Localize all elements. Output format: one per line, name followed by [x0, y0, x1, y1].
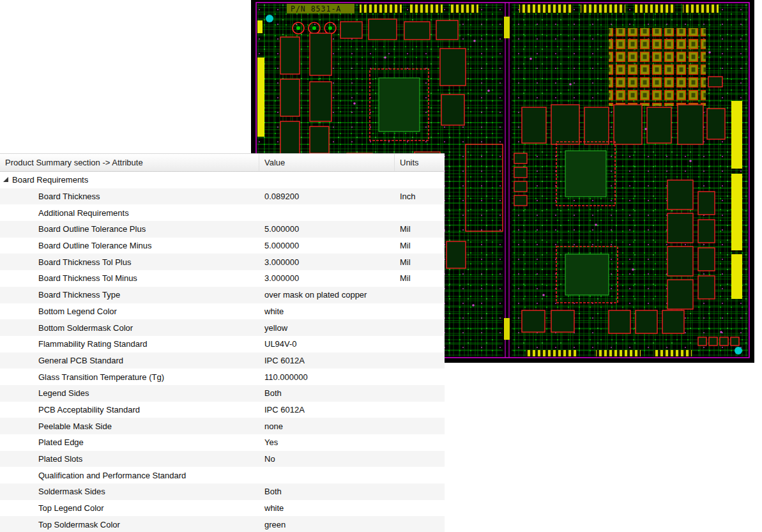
- table-row[interactable]: Legend SidesBoth: [0, 385, 445, 402]
- attribute-cell: Legend Sides: [0, 385, 259, 402]
- value-cell: 3.000000: [259, 254, 395, 270]
- table-row[interactable]: Glass Transition Temperature (Tg)110.000…: [0, 369, 445, 385]
- attribute-cell: Flammability Rating Standard: [0, 336, 259, 353]
- group-label: Board Requirements: [12, 175, 88, 185]
- value-cell: green: [259, 516, 395, 532]
- units-cell: [395, 516, 445, 532]
- table-row[interactable]: Board Outline Tolerance Minus5.000000Mil: [0, 238, 445, 254]
- table-row[interactable]: PCB Acceptability StandardIPC 6012A: [0, 402, 445, 418]
- attribute-cell: Plated Edge: [0, 434, 259, 451]
- table-row[interactable]: Bottom Soldermask Coloryellow: [0, 319, 445, 336]
- value-cell: IPC 6012A: [259, 353, 395, 369]
- large-ic-right-lower: [556, 247, 618, 303]
- units-cell: [395, 319, 445, 336]
- value-cell: 5.000000: [259, 238, 395, 254]
- pcb-part-number-label: P/N 8531-A: [291, 4, 341, 13]
- value-cell: white: [259, 303, 395, 320]
- large-ic-right-upper: [556, 142, 615, 206]
- units-cell: [395, 451, 445, 467]
- value-cell: IPC 6012A: [259, 402, 395, 418]
- value-cell: Yes: [259, 434, 395, 451]
- units-cell: [395, 353, 445, 369]
- value-cell: over mask on plated copper: [259, 287, 395, 303]
- table-row[interactable]: Top Legend Colorwhite: [0, 500, 445, 517]
- right-edge-connector: [731, 101, 742, 299]
- value-cell: [259, 467, 395, 483]
- group-cell: Board Requirements: [0, 172, 445, 188]
- value-cell: No: [259, 451, 395, 467]
- column-header-attribute[interactable]: Product Summary section -> Attribute: [0, 154, 259, 171]
- units-cell: [395, 402, 445, 418]
- attribute-cell: Board Outline Tolerance Plus: [0, 221, 259, 238]
- units-cell: [395, 434, 445, 451]
- attribute-cell: Board Thickness Tol Minus: [0, 270, 259, 287]
- value-cell: UL94V-0: [259, 336, 395, 353]
- table-row[interactable]: Soldermask SidesBoth: [0, 483, 445, 500]
- units-cell: Mil: [395, 221, 445, 238]
- attribute-cell: Bottom Soldermask Color: [0, 319, 259, 336]
- units-cell: [395, 336, 445, 353]
- table-row[interactable]: Peelable Mask Sidenone: [0, 418, 445, 434]
- top-hatch-band: [360, 4, 719, 13]
- table-header: Product Summary section -> Attribute Val…: [0, 154, 445, 172]
- table-row[interactable]: Flammability Rating StandardUL94V-0: [0, 336, 445, 353]
- table-row[interactable]: Plated EdgeYes: [0, 434, 445, 451]
- units-cell: Inch: [395, 188, 445, 205]
- table-row[interactable]: Board Thickness0.089200Inch: [0, 188, 445, 205]
- board-split-channel: [503, 3, 512, 358]
- units-cell: [395, 467, 445, 483]
- table-row[interactable]: Qualification and Performance Standard: [0, 467, 445, 483]
- units-cell: [395, 483, 445, 500]
- attribute-cell: Board Thickness: [0, 188, 259, 205]
- value-cell: 5.000000: [259, 221, 395, 238]
- product-summary-panel: Product Summary section -> Attribute Val…: [0, 153, 445, 532]
- tree-group-board-requirements[interactable]: Board Requirements: [0, 172, 445, 188]
- value-cell: 0.089200: [259, 188, 395, 205]
- table-row[interactable]: Top Soldermask Colorgreen: [0, 516, 445, 532]
- table-row[interactable]: General PCB StandardIPC 6012A: [0, 353, 445, 369]
- units-cell: [395, 204, 445, 221]
- value-cell: none: [259, 418, 395, 434]
- units-cell: [395, 385, 445, 402]
- value-cell: yellow: [259, 319, 395, 336]
- attribute-cell: Qualification and Performance Standard: [0, 467, 259, 483]
- value-cell: white: [259, 500, 395, 517]
- value-cell: Both: [259, 483, 395, 500]
- attribute-cell: Board Thickness Type: [0, 287, 259, 303]
- units-cell: [395, 287, 445, 303]
- units-cell: [395, 500, 445, 517]
- attribute-cell: Bottom Legend Color: [0, 303, 259, 320]
- value-cell: [259, 204, 395, 221]
- table-row[interactable]: Additional Requirements: [0, 204, 445, 221]
- column-header-value[interactable]: Value: [259, 154, 395, 171]
- fiducial-bottom-right: [735, 347, 742, 354]
- attribute-cell: Plated Slots: [0, 451, 259, 467]
- table-row[interactable]: Board Thickness Tol Minus3.000000Mil: [0, 270, 445, 287]
- attribute-cell: Board Outline Tolerance Minus: [0, 238, 259, 254]
- table-row[interactable]: Board Thickness Typeover mask on plated …: [0, 287, 445, 303]
- table-body: Board Requirements Board Thickness0.0892…: [0, 172, 445, 532]
- attribute-cell: Additional Requirements: [0, 204, 259, 221]
- units-cell: [395, 303, 445, 320]
- table-row[interactable]: Board Thickness Tol Plus3.000000Mil: [0, 254, 445, 270]
- bga-grid: [609, 28, 706, 106]
- fiducial-top-left: [266, 15, 273, 22]
- large-ic-left: [370, 69, 429, 141]
- table-row[interactable]: Bottom Legend Colorwhite: [0, 303, 445, 320]
- attribute-cell: Board Thickness Tol Plus: [0, 254, 259, 270]
- attribute-cell: Top Legend Color: [0, 500, 259, 517]
- table-row[interactable]: Plated SlotsNo: [0, 451, 445, 467]
- table-row[interactable]: Board Outline Tolerance Plus5.000000Mil: [0, 221, 445, 238]
- attribute-cell: Top Soldermask Color: [0, 516, 259, 532]
- expander-collapse-icon[interactable]: [3, 177, 8, 182]
- attribute-cell: General PCB Standard: [0, 353, 259, 369]
- attribute-cell: Peelable Mask Side: [0, 418, 259, 434]
- units-cell: Mil: [395, 254, 445, 270]
- units-cell: [395, 418, 445, 434]
- column-header-units[interactable]: Units: [395, 154, 445, 171]
- attribute-cell: Glass Transition Temperature (Tg): [0, 369, 259, 385]
- value-cell: 3.000000: [259, 270, 395, 287]
- value-cell: 110.000000: [259, 369, 395, 385]
- units-cell: [395, 369, 445, 385]
- units-cell: Mil: [395, 238, 445, 254]
